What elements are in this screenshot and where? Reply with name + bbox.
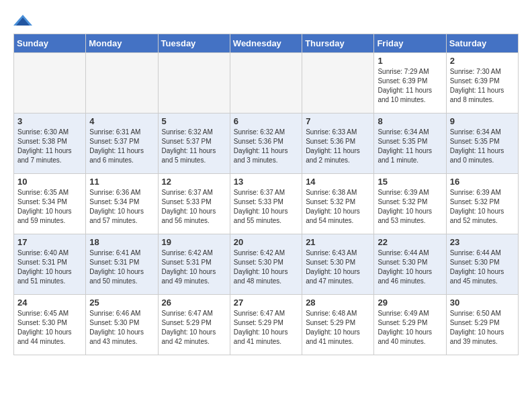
day-info: Sunrise: 6:38 AM Sunset: 5:32 PM Dayligh… [306, 188, 370, 226]
header-saturday: Saturday [446, 34, 518, 53]
calendar-cell: 18Sunrise: 6:41 AM Sunset: 5:31 PM Dayli… [86, 234, 158, 295]
day-number: 29 [378, 298, 442, 308]
day-info: Sunrise: 6:48 AM Sunset: 5:29 PM Dayligh… [306, 309, 370, 347]
day-info: Sunrise: 6:42 AM Sunset: 5:30 PM Dayligh… [234, 248, 298, 286]
day-info: Sunrise: 6:49 AM Sunset: 5:29 PM Dayligh… [378, 309, 442, 347]
day-info: Sunrise: 6:30 AM Sunset: 5:38 PM Dayligh… [17, 128, 82, 165]
calendar-cell: 2Sunrise: 7:30 AM Sunset: 6:39 PM Daylig… [446, 53, 518, 113]
header-row: SundayMondayTuesdayWednesdayThursdayFrid… [14, 34, 519, 53]
calendar-cell: 22Sunrise: 6:44 AM Sunset: 5:30 PM Dayli… [374, 234, 446, 295]
day-number: 11 [89, 177, 154, 187]
logo [13, 13, 35, 27]
day-number: 9 [450, 116, 515, 126]
day-number: 15 [378, 177, 442, 187]
day-number: 2 [450, 56, 515, 66]
calendar-cell: 5Sunrise: 6:32 AM Sunset: 5:37 PM Daylig… [158, 113, 230, 174]
calendar-cell: 16Sunrise: 6:39 AM Sunset: 5:32 PM Dayli… [446, 174, 518, 234]
calendar-cell: 11Sunrise: 6:36 AM Sunset: 5:34 PM Dayli… [86, 174, 158, 234]
week-row-1: 1Sunrise: 7:29 AM Sunset: 6:39 PM Daylig… [14, 53, 519, 113]
day-number: 12 [162, 177, 226, 187]
calendar-cell: 10Sunrise: 6:35 AM Sunset: 5:34 PM Dayli… [14, 174, 86, 234]
calendar-cell: 1Sunrise: 7:29 AM Sunset: 6:39 PM Daylig… [374, 53, 446, 113]
day-number: 5 [162, 116, 226, 126]
day-number: 1 [378, 56, 442, 66]
calendar-cell: 28Sunrise: 6:48 AM Sunset: 5:29 PM Dayli… [302, 295, 374, 355]
header-friday: Friday [374, 34, 446, 53]
page-header [13, 13, 519, 27]
calendar-cell: 4Sunrise: 6:31 AM Sunset: 5:37 PM Daylig… [86, 113, 158, 174]
day-info: Sunrise: 6:36 AM Sunset: 5:34 PM Dayligh… [89, 188, 154, 226]
calendar-cell: 19Sunrise: 6:42 AM Sunset: 5:31 PM Dayli… [158, 234, 230, 295]
day-info: Sunrise: 6:32 AM Sunset: 5:36 PM Dayligh… [234, 128, 298, 165]
calendar-cell: 15Sunrise: 6:39 AM Sunset: 5:32 PM Dayli… [374, 174, 446, 234]
day-info: Sunrise: 6:35 AM Sunset: 5:34 PM Dayligh… [17, 188, 82, 226]
day-info: Sunrise: 7:30 AM Sunset: 6:39 PM Dayligh… [450, 67, 515, 105]
week-row-4: 17Sunrise: 6:40 AM Sunset: 5:31 PM Dayli… [14, 234, 519, 295]
calendar-cell: 13Sunrise: 6:37 AM Sunset: 5:33 PM Dayli… [230, 174, 302, 234]
calendar-cell: 20Sunrise: 6:42 AM Sunset: 5:30 PM Dayli… [230, 234, 302, 295]
day-number: 20 [234, 237, 298, 247]
day-number: 17 [17, 237, 82, 247]
calendar-cell: 7Sunrise: 6:33 AM Sunset: 5:36 PM Daylig… [302, 113, 374, 174]
calendar-cell [302, 53, 374, 113]
day-number: 3 [17, 116, 82, 126]
day-number: 14 [306, 177, 370, 187]
calendar-cell [86, 53, 158, 113]
day-info: Sunrise: 6:41 AM Sunset: 5:31 PM Dayligh… [89, 248, 154, 286]
calendar-cell: 23Sunrise: 6:44 AM Sunset: 5:30 PM Dayli… [446, 234, 518, 295]
calendar-cell: 3Sunrise: 6:30 AM Sunset: 5:38 PM Daylig… [14, 113, 86, 174]
day-number: 28 [306, 298, 370, 308]
day-info: Sunrise: 6:45 AM Sunset: 5:30 PM Dayligh… [17, 309, 82, 347]
day-info: Sunrise: 6:32 AM Sunset: 5:37 PM Dayligh… [162, 128, 226, 165]
day-info: Sunrise: 6:50 AM Sunset: 5:29 PM Dayligh… [450, 309, 515, 347]
day-number: 26 [162, 298, 226, 308]
day-info: Sunrise: 6:39 AM Sunset: 5:32 PM Dayligh… [450, 188, 515, 226]
header-sunday: Sunday [14, 34, 86, 53]
calendar-cell: 12Sunrise: 6:37 AM Sunset: 5:33 PM Dayli… [158, 174, 230, 234]
day-info: Sunrise: 6:34 AM Sunset: 5:35 PM Dayligh… [450, 128, 515, 165]
calendar-cell [14, 53, 86, 113]
day-info: Sunrise: 6:42 AM Sunset: 5:31 PM Dayligh… [162, 248, 226, 286]
day-number: 16 [450, 177, 515, 187]
calendar-cell: 17Sunrise: 6:40 AM Sunset: 5:31 PM Dayli… [14, 234, 86, 295]
calendar-cell: 9Sunrise: 6:34 AM Sunset: 5:35 PM Daylig… [446, 113, 518, 174]
day-number: 21 [306, 237, 370, 247]
day-info: Sunrise: 6:37 AM Sunset: 5:33 PM Dayligh… [234, 188, 298, 226]
calendar-cell: 21Sunrise: 6:43 AM Sunset: 5:30 PM Dayli… [302, 234, 374, 295]
day-info: Sunrise: 6:31 AM Sunset: 5:37 PM Dayligh… [89, 128, 154, 165]
calendar-cell: 14Sunrise: 6:38 AM Sunset: 5:32 PM Dayli… [302, 174, 374, 234]
calendar-cell: 8Sunrise: 6:34 AM Sunset: 5:35 PM Daylig… [374, 113, 446, 174]
day-info: Sunrise: 6:40 AM Sunset: 5:31 PM Dayligh… [17, 248, 82, 286]
day-info: Sunrise: 6:44 AM Sunset: 5:30 PM Dayligh… [450, 248, 515, 286]
day-number: 7 [306, 116, 370, 126]
week-row-2: 3Sunrise: 6:30 AM Sunset: 5:38 PM Daylig… [14, 113, 519, 174]
day-info: Sunrise: 6:34 AM Sunset: 5:35 PM Dayligh… [378, 128, 442, 165]
header-thursday: Thursday [302, 34, 374, 53]
day-info: Sunrise: 7:29 AM Sunset: 6:39 PM Dayligh… [378, 67, 442, 105]
day-info: Sunrise: 6:47 AM Sunset: 5:29 PM Dayligh… [234, 309, 298, 347]
calendar-table: SundayMondayTuesdayWednesdayThursdayFrid… [13, 34, 519, 355]
day-number: 24 [17, 298, 82, 308]
calendar-cell: 27Sunrise: 6:47 AM Sunset: 5:29 PM Dayli… [230, 295, 302, 355]
calendar-cell: 30Sunrise: 6:50 AM Sunset: 5:29 PM Dayli… [446, 295, 518, 355]
day-number: 22 [378, 237, 442, 247]
day-number: 6 [234, 116, 298, 126]
header-monday: Monday [86, 34, 158, 53]
day-number: 18 [89, 237, 154, 247]
calendar-cell: 26Sunrise: 6:47 AM Sunset: 5:29 PM Dayli… [158, 295, 230, 355]
day-info: Sunrise: 6:46 AM Sunset: 5:30 PM Dayligh… [89, 309, 154, 347]
day-info: Sunrise: 6:37 AM Sunset: 5:33 PM Dayligh… [162, 188, 226, 226]
day-info: Sunrise: 6:39 AM Sunset: 5:32 PM Dayligh… [378, 188, 442, 226]
week-row-3: 10Sunrise: 6:35 AM Sunset: 5:34 PM Dayli… [14, 174, 519, 234]
calendar-cell: 24Sunrise: 6:45 AM Sunset: 5:30 PM Dayli… [14, 295, 86, 355]
day-number: 4 [89, 116, 154, 126]
week-row-5: 24Sunrise: 6:45 AM Sunset: 5:30 PM Dayli… [14, 295, 519, 355]
day-number: 13 [234, 177, 298, 187]
day-number: 27 [234, 298, 298, 308]
day-info: Sunrise: 6:44 AM Sunset: 5:30 PM Dayligh… [378, 248, 442, 286]
day-info: Sunrise: 6:33 AM Sunset: 5:36 PM Dayligh… [306, 128, 370, 165]
logo-icon [13, 13, 32, 27]
day-info: Sunrise: 6:47 AM Sunset: 5:29 PM Dayligh… [162, 309, 226, 347]
day-number: 8 [378, 116, 442, 126]
calendar-cell: 6Sunrise: 6:32 AM Sunset: 5:36 PM Daylig… [230, 113, 302, 174]
